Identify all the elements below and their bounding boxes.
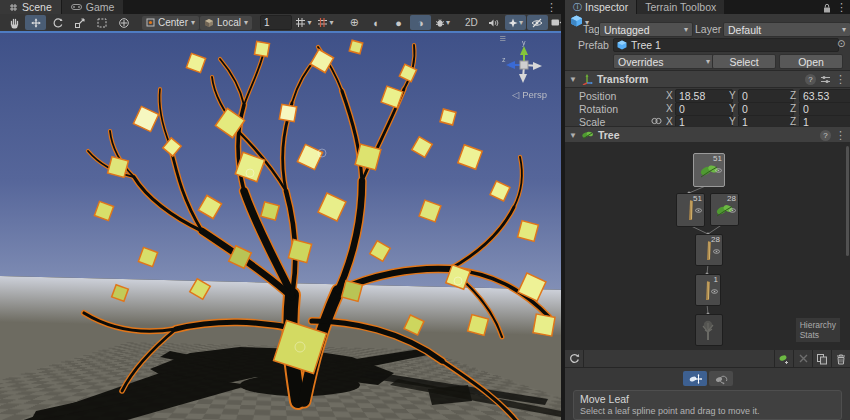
pivot-mode-dropdown[interactable]: Center ▾	[142, 16, 199, 30]
add-branch-group-button-disabled[interactable]	[793, 350, 812, 367]
2d-mode-button[interactable]: 2D	[461, 15, 482, 30]
axis-x-label: X	[666, 103, 673, 114]
node-count: 1	[711, 276, 718, 284]
visibility-icon[interactable]	[713, 249, 720, 254]
prefab-select-button[interactable]: Select	[712, 54, 776, 69]
prefab-object-field[interactable]: Tree 1	[613, 38, 839, 52]
tab-inspector-label: Inspector	[585, 1, 628, 13]
layer-dropdown[interactable]: Default ▾	[723, 22, 850, 37]
tag-dropdown[interactable]: Untagged ▾	[599, 22, 693, 37]
layer-label: Layer	[695, 23, 721, 35]
trash-icon	[836, 353, 846, 365]
help-body: Select a leaf spline point and drag to m…	[580, 406, 835, 416]
duplicate-node-button[interactable]	[812, 350, 831, 367]
presets-icon[interactable]	[820, 75, 831, 84]
visibility-icon[interactable]	[695, 208, 702, 213]
tree-editor-scrollbar[interactable]	[846, 146, 849, 256]
visibility-icon[interactable]	[729, 208, 736, 213]
overrides-dropdown[interactable]: Overrides ▾	[613, 54, 715, 69]
rotate-leaf-toggle[interactable]	[709, 371, 733, 386]
move-tool-button[interactable]	[25, 15, 46, 30]
tree-node-leaf-group[interactable]: 51	[693, 153, 725, 187]
lock-icon[interactable]	[823, 3, 831, 13]
rotation-z-field[interactable]: 0	[799, 102, 850, 116]
foldout-icon[interactable]: ▼	[569, 75, 577, 84]
axis-x-label: X	[666, 90, 673, 101]
transform-tool-button[interactable]	[113, 15, 134, 30]
rotate-tool-button[interactable]	[47, 15, 68, 30]
help-icon[interactable]: ?	[805, 74, 816, 85]
refresh-button[interactable]	[565, 350, 584, 367]
dropdown-arrow-icon: ▾	[684, 25, 688, 34]
unity-editor: Scene Game ⋮	[0, 0, 850, 420]
tree-object[interactable]	[0, 33, 561, 420]
gizmo-cube	[520, 61, 528, 69]
position-x-value: 18.58	[679, 90, 705, 102]
inspector-tabbar: ⓘ Inspector Terrain Toolbox ⋮	[565, 0, 850, 14]
axis-y-label: Y	[729, 90, 736, 101]
open-button-label: Open	[798, 56, 824, 68]
projection-toggle[interactable]: ◁ Persp	[512, 89, 547, 100]
position-z-field[interactable]: 63.53	[799, 89, 850, 103]
scene-viewport[interactable]: ≡ y z ◁ Persp	[0, 31, 561, 420]
dropdown-arrow-icon: ▾	[519, 18, 523, 27]
rotation-y-field[interactable]: 0	[738, 102, 794, 116]
increment-snap-button[interactable]: ▾	[315, 15, 336, 30]
tree-node-root[interactable]	[695, 314, 723, 346]
axis-y-label: Y	[729, 103, 736, 114]
prefab-pick-icon[interactable]: ⊙	[837, 38, 845, 49]
tab-game-label: Game	[86, 1, 115, 13]
tree-node-branch-group[interactable]: 1	[695, 274, 721, 306]
tree-hierarchy-editor[interactable]: 51 51 28 28 1 Hierarchy	[565, 142, 850, 351]
component-menu-icon[interactable]: ⋮	[835, 73, 846, 86]
scale-tool-button[interactable]	[69, 15, 90, 30]
scene-lighting-button[interactable]: ◑	[410, 15, 431, 30]
rotate-icon	[52, 17, 64, 29]
hand-tool-button[interactable]	[3, 15, 24, 30]
gameobject-prefab-icon[interactable]	[570, 15, 583, 27]
handle-space-dropdown[interactable]: Local ▾	[200, 16, 252, 30]
visibility-icon[interactable]	[711, 289, 718, 294]
tree-node-branch-group[interactable]: 51	[676, 193, 705, 227]
handle-space-label: Local	[217, 17, 241, 28]
tab-game[interactable]: Game	[62, 0, 124, 14]
sparkle-icon	[508, 18, 518, 28]
duplicate-icon	[816, 353, 828, 365]
snap-increment-input[interactable]	[260, 15, 292, 30]
rect-icon	[96, 17, 108, 29]
pivot-icon	[146, 18, 155, 27]
debug-draw-button[interactable]: ▾	[432, 15, 453, 30]
draw-mode-shaded-wire-button[interactable]: ◐	[366, 15, 387, 30]
position-y-field[interactable]: 0	[738, 89, 794, 103]
delete-node-button[interactable]	[831, 350, 850, 367]
tree-node-leaf-group[interactable]: 28	[710, 193, 739, 226]
orientation-gizmo[interactable]: y z	[497, 38, 551, 92]
draw-mode-shaded-button[interactable]: ●	[388, 15, 409, 30]
effects-toggle-button[interactable]: ▾	[505, 15, 526, 30]
transform-header[interactable]: ▼ Transform ? ⋮	[565, 70, 850, 88]
foldout-icon[interactable]: ▼	[569, 131, 577, 140]
dropdown-arrow-icon: ▾	[244, 18, 248, 27]
grid-snap-button[interactable]: ▾	[293, 15, 314, 30]
tab-terrain-toolbox[interactable]: Terrain Toolbox	[637, 0, 724, 14]
tab-inspector[interactable]: ⓘ Inspector	[565, 0, 636, 14]
hidden-objects-button[interactable]	[527, 15, 548, 30]
scale-icon	[74, 17, 86, 29]
tab-scene[interactable]: Scene	[0, 0, 61, 14]
audio-toggle-button[interactable]	[483, 15, 504, 30]
scene-window-menu-icon[interactable]: ⋮	[546, 1, 557, 14]
position-x-field[interactable]: 18.58	[675, 89, 733, 103]
constrain-proportions-icon[interactable]	[651, 117, 662, 125]
help-icon[interactable]: ?	[820, 130, 831, 141]
move-leaf-toggle[interactable]	[683, 371, 707, 386]
add-leaf-group-button[interactable]	[774, 350, 793, 367]
component-menu-icon[interactable]: ⋮	[835, 129, 846, 142]
inspector-menu-icon[interactable]: ⋮	[836, 1, 847, 14]
visibility-icon[interactable]	[715, 168, 722, 173]
tree-node-branch-group[interactable]: 28	[695, 234, 723, 266]
draw-mode-wireframe-button[interactable]: ⊕	[344, 15, 365, 30]
rect-tool-button[interactable]	[91, 15, 112, 30]
rotation-x-field[interactable]: 0	[675, 102, 733, 116]
prefab-name: Tree 1	[631, 39, 661, 51]
prefab-open-button[interactable]: Open	[779, 54, 843, 69]
